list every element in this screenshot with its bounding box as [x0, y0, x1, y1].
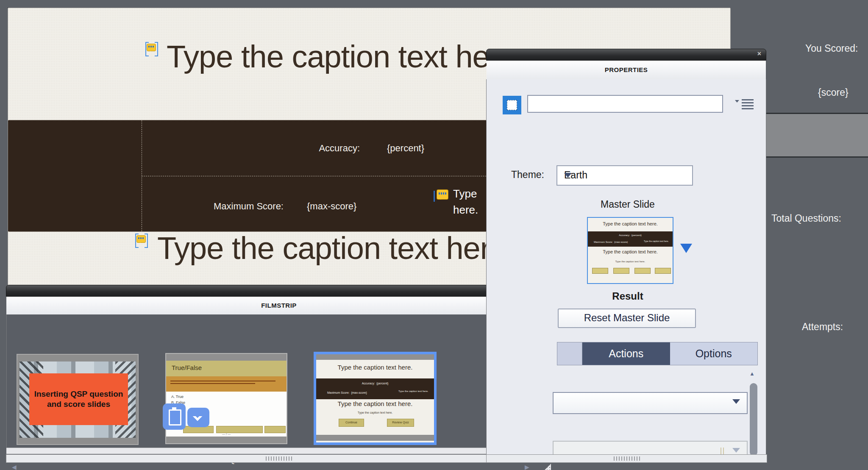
slide1-title-box: Inserting QSP question and score slides — [29, 373, 128, 425]
caption-placeholder-icon — [145, 42, 158, 56]
you-scored-label[interactable]: You Scored: — [805, 43, 858, 54]
mini-button — [592, 268, 608, 274]
item-name-input[interactable] — [527, 95, 723, 113]
properties-panel: × PROPERTIES Theme: Earth Master Slide T… — [486, 49, 766, 454]
tab-options[interactable]: Options — [670, 342, 758, 365]
drag-grip-icon[interactable] — [614, 456, 640, 461]
mini-caption: Type the caption text here. — [588, 221, 673, 226]
percent-placeholder[interactable]: {percent} — [387, 143, 424, 154]
attempts-label[interactable]: Attempts: — [802, 321, 843, 333]
filmstrip-titlebar[interactable]: × — [6, 285, 552, 297]
caption-cursor-bar — [434, 191, 435, 202]
clipboard-icon — [169, 409, 181, 426]
panel-menu-icon[interactable] — [735, 99, 754, 110]
slide2-button — [264, 426, 286, 433]
mini-button — [634, 268, 651, 274]
side-caption-line1[interactable]: Type — [453, 187, 477, 200]
drag-grip-icon[interactable] — [266, 456, 292, 461]
slide-thumbnail-2[interactable]: True/False A. True B. False — / — — [165, 353, 287, 444]
captivate-workspace: Type the caption text here. Accuracy: {p… — [0, 0, 868, 470]
chevron-down-icon — [193, 412, 203, 421]
filmstrip-panel: × FILMSTRIP Inserting QSP question and s… — [6, 285, 552, 454]
reset-master-slide-button[interactable]: Reset Master Slide — [558, 309, 696, 328]
mini-button — [613, 268, 629, 274]
mini-caption-2: Type the caption text here. — [588, 249, 673, 254]
theme-select[interactable]: Earth — [556, 165, 693, 186]
side-caption-line2[interactable]: here. — [453, 203, 478, 217]
tab-filler — [557, 342, 582, 365]
theme-label: Theme: — [511, 169, 544, 181]
filmstrip-bottom-strip — [6, 448, 551, 454]
slide-thumbnail-1[interactable]: Inserting QSP question and score slides — [17, 354, 139, 445]
scroll-up-icon[interactable]: ▲ — [749, 371, 755, 376]
tab-actions[interactable]: Actions — [582, 342, 670, 365]
slide2-button — [216, 426, 263, 433]
master-slide-name: Result — [543, 290, 712, 302]
master-slide-label: Master Slide — [543, 199, 712, 210]
filmstrip-panel-title: FILMSTRIP — [6, 297, 551, 315]
properties-resize-bar[interactable] — [486, 454, 767, 463]
slide-object-icon — [503, 96, 521, 114]
slide-thumbnail-3-selected[interactable]: Type the caption text here. Accuracy: {p… — [314, 352, 437, 445]
caption-bottom-text[interactable]: Type the caption text here. — [157, 230, 515, 266]
total-questions-label[interactable]: Total Questions: — [771, 213, 841, 224]
caption-placeholder-icon — [135, 234, 148, 247]
maximum-score-label[interactable]: Maximum Score: — [186, 201, 284, 212]
slide2-question-band — [166, 376, 287, 392]
paste-badge[interactable] — [163, 403, 186, 430]
filmstrip-resize-bar[interactable] — [6, 454, 553, 463]
filmstrip-content: Inserting QSP question and score slides … — [6, 314, 552, 448]
score-placeholder[interactable]: {score} — [818, 87, 849, 98]
properties-tabbar: Actions Options — [557, 342, 758, 365]
action-dropdown[interactable] — [553, 392, 748, 414]
caption-placeholder-icon — [437, 190, 448, 199]
resize-grip[interactable] — [541, 464, 551, 470]
scroll-right-icon[interactable]: ▶ — [525, 464, 529, 470]
mini-score-band: Accuracy: {percent} Maximum Score: {max-… — [588, 231, 673, 247]
slide3-score-band: Accuracy: {percent} Maximum Score: {max-… — [316, 378, 434, 399]
chevron-down-icon — [732, 399, 740, 408]
slide2-title-band: True/False — [166, 361, 287, 376]
accuracy-label[interactable]: Accuracy: — [262, 143, 360, 154]
scroll-left-icon[interactable]: ◀ — [12, 464, 17, 470]
close-icon[interactable]: × — [757, 50, 761, 58]
properties-titlebar[interactable]: × — [486, 49, 766, 61]
properties-scrollbar[interactable] — [750, 383, 757, 456]
continue-button: Continue — [339, 419, 364, 427]
max-score-placeholder[interactable]: {max-score} — [307, 201, 356, 212]
properties-panel-title: PROPERTIES — [487, 61, 766, 80]
master-slide-dropdown-icon[interactable] — [680, 244, 692, 259]
properties-body: Theme: Earth Master Slide Type the capti… — [486, 79, 766, 455]
master-slide-thumbnail[interactable]: Type the caption text here. Accuracy: {p… — [587, 217, 673, 284]
paste-options-badge[interactable] — [187, 408, 209, 427]
review-quiz-button: Review Quiz — [387, 419, 414, 427]
mini-button — [655, 268, 671, 274]
chevron-down-icon — [564, 173, 572, 181]
caption-top-text[interactable]: Type the caption text here. — [167, 39, 525, 75]
